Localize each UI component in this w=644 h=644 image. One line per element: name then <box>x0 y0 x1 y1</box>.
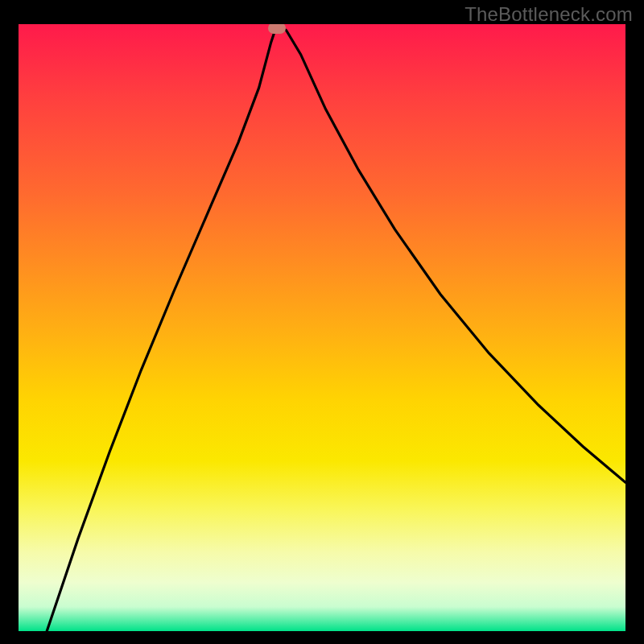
plot-area <box>19 24 625 631</box>
watermark-text: TheBottleneck.com <box>464 3 633 26</box>
bottleneck-curve <box>47 24 625 631</box>
optimal-point-marker <box>268 24 286 34</box>
curve-svg <box>19 24 625 631</box>
figure-container: TheBottleneck.com <box>0 0 644 644</box>
